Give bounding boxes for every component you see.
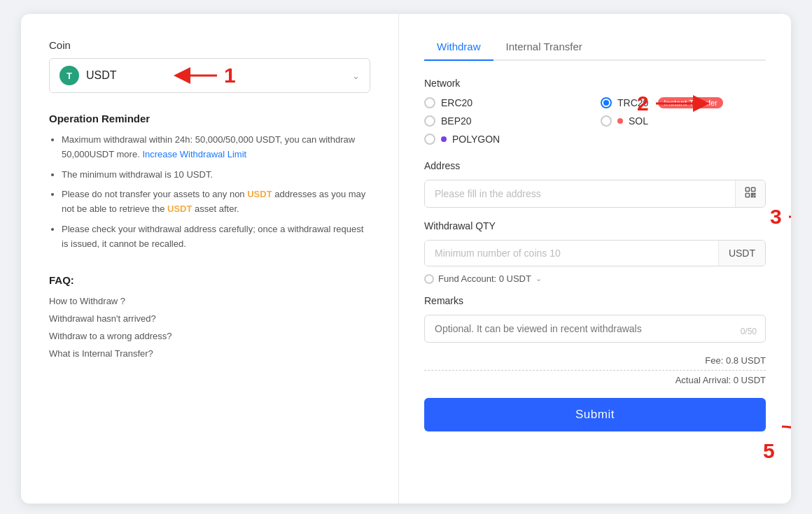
- reminder-text-3c: asset after.: [195, 204, 239, 214]
- coin-label: Coin: [49, 39, 370, 51]
- usdt-highlight-1: USDT: [247, 189, 272, 199]
- network-label-trc20: TRC20: [617, 97, 648, 108]
- radio-trc20-inner: [603, 100, 609, 106]
- network-option-trc20[interactable]: TRC20 Instant Transfer: [601, 97, 766, 108]
- network-label-sol: SOL: [629, 115, 648, 127]
- address-section: Address: [424, 160, 766, 208]
- tab-internal-transfer[interactable]: Internal Transfer: [493, 35, 595, 61]
- qty-section: Withdrawal QTY USDT Fund Account: 0 USDT…: [424, 220, 766, 284]
- svg-rect-5: [752, 187, 755, 191]
- fund-account-chevron: ⌄: [536, 274, 542, 283]
- annotation-3: 3: [770, 203, 791, 231]
- address-scan-icon[interactable]: [735, 180, 765, 207]
- operation-reminder-title: Operation Reminder: [49, 113, 370, 124]
- radio-sol: [601, 115, 612, 127]
- network-label-erc20: ERC20: [441, 97, 472, 108]
- right-panel: Withdraw Internal Transfer Network ERC20…: [399, 14, 791, 504]
- sol-dot: [617, 118, 623, 124]
- reminder-item-4: Please check your withdrawal address car…: [62, 222, 370, 252]
- radio-erc20: [424, 97, 435, 108]
- fund-account-text: Fund Account: 0 USDT: [438, 273, 531, 284]
- network-label-bep20: BEP20: [441, 115, 472, 127]
- network-options: ERC20 TRC20 Instant Transfer BEP20 SOL: [424, 97, 766, 145]
- left-panel: Coin T USDT ⌄ 1 Operation Reminder: [21, 14, 399, 504]
- address-input-wrap: [424, 180, 766, 208]
- svg-rect-10: [754, 196, 755, 197]
- network-option-sol[interactable]: SOL: [601, 115, 766, 127]
- annotation-number-3: 3: [770, 206, 782, 227]
- arrow-3-svg: [782, 203, 791, 231]
- coin-name-text: USDT: [86, 69, 117, 82]
- radio-polygon: [424, 134, 435, 145]
- address-input[interactable]: [425, 181, 735, 206]
- faq-item-1[interactable]: How to Withdraw ?: [49, 296, 370, 306]
- fee-value: 0.8 USDT: [726, 355, 766, 366]
- remarks-label: Remarks: [424, 295, 766, 306]
- faq-section: FAQ: How to Withdraw ? Withdrawal hasn't…: [49, 274, 370, 359]
- svg-rect-9: [752, 196, 753, 197]
- qty-input-wrap: USDT: [424, 240, 766, 266]
- reminder-item-3: Please do not transfer your assets to an…: [62, 187, 370, 217]
- coin-select[interactable]: T USDT ⌄: [49, 58, 370, 93]
- faq-title: FAQ:: [49, 274, 370, 286]
- radio-bep20: [424, 115, 435, 127]
- arrival-value: 0 USDT: [734, 375, 766, 385]
- address-label: Address: [424, 160, 766, 171]
- fee-divider: [424, 370, 766, 371]
- arrival-label: Actual Arrival:: [676, 375, 731, 385]
- tabs: Withdraw Internal Transfer: [424, 34, 766, 61]
- network-label-polygon: POLYGON: [452, 134, 500, 145]
- annotation-5: 5: [763, 420, 791, 462]
- remarks-input[interactable]: [435, 323, 755, 334]
- fund-account-radio: [424, 274, 434, 284]
- chevron-down-icon: ⌄: [352, 71, 360, 81]
- tab-withdraw[interactable]: Withdraw: [424, 35, 493, 61]
- actual-arrival: Actual Arrival: 0 USDT: [424, 375, 766, 385]
- remarks-input-wrap: 0/50: [424, 315, 766, 343]
- reminder-item-1: Maximum withdrawal within 24h: 50,000/50…: [62, 133, 370, 162]
- coin-icon: T: [59, 66, 79, 85]
- fee-info: Fee: 0.8 USDT: [424, 355, 766, 366]
- reminder-text-3a: Please do not transfer your assets to an…: [62, 189, 247, 199]
- qty-label: Withdrawal QTY: [424, 220, 766, 231]
- qty-unit: USDT: [718, 241, 765, 266]
- qty-input[interactable]: [425, 241, 718, 266]
- svg-rect-6: [746, 194, 749, 197]
- svg-rect-7: [752, 194, 753, 195]
- remarks-section: Remarks 0/50: [424, 295, 766, 343]
- fund-account[interactable]: Fund Account: 0 USDT ⌄: [424, 273, 766, 284]
- fee-label: Fee:: [705, 355, 723, 366]
- reminder-item-2: The minimum withdrawal is 10 USDT.: [62, 168, 370, 183]
- usdt-highlight-2: USDT: [167, 204, 192, 214]
- coin-select-left: T USDT: [59, 66, 117, 85]
- faq-item-4[interactable]: What is Internal Transfer?: [49, 348, 370, 359]
- polygon-dot: [441, 136, 447, 142]
- reminder-text-4: Please check your withdrawal address car…: [62, 224, 363, 249]
- reminder-text-2: The minimum withdrawal is 10 USDT.: [62, 169, 213, 180]
- annotation-number-5: 5: [763, 441, 775, 462]
- remarks-count: 0/50: [741, 327, 757, 336]
- reminder-list: Maximum withdrawal within 24h: 50,000/50…: [49, 133, 370, 252]
- svg-rect-8: [754, 194, 755, 195]
- submit-button[interactable]: Submit: [424, 398, 766, 431]
- svg-rect-4: [746, 187, 749, 191]
- instant-transfer-badge: Instant Transfer: [658, 97, 722, 108]
- network-label: Network: [424, 78, 766, 89]
- arrow-5-svg: [775, 420, 791, 462]
- network-option-bep20[interactable]: BEP20: [424, 115, 589, 127]
- network-option-polygon[interactable]: POLYGON: [424, 134, 589, 145]
- network-option-erc20[interactable]: ERC20: [424, 97, 589, 108]
- operation-reminder: Operation Reminder Maximum withdrawal wi…: [49, 113, 370, 252]
- faq-item-2[interactable]: Withdrawal hasn't arrived?: [49, 313, 370, 324]
- main-container: Coin T USDT ⌄ 1 Operation Reminder: [21, 14, 791, 504]
- radio-trc20: [601, 97, 612, 108]
- increase-limit-link[interactable]: Increase Withdrawal Limit: [142, 149, 246, 159]
- faq-item-3[interactable]: Withdraw to a wrong address?: [49, 331, 370, 341]
